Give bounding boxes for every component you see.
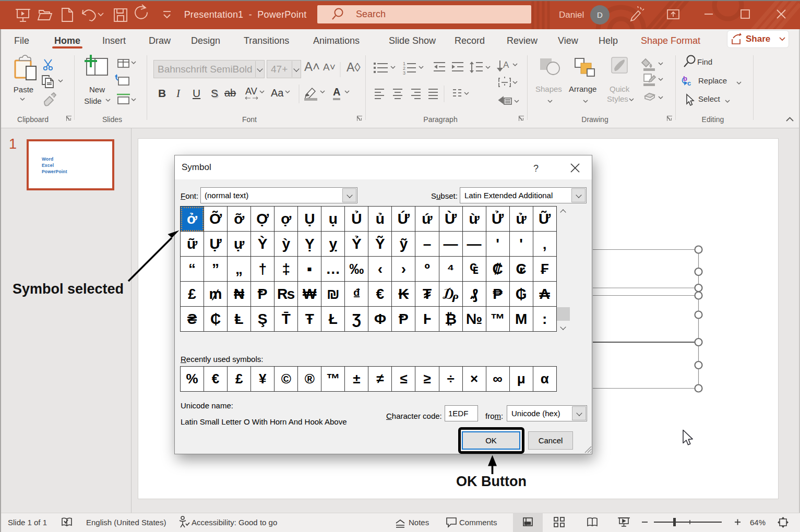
svg-text:64%: 64% xyxy=(750,518,766,527)
svg-text:Notes: Notes xyxy=(409,518,429,527)
svg-text:English (United States): English (United States) xyxy=(86,518,166,527)
svg-text:Slide 1 of 1: Slide 1 of 1 xyxy=(8,518,47,527)
svg-text:Comments: Comments xyxy=(459,518,497,527)
svg-text:Accessibility: Good to go: Accessibility: Good to go xyxy=(192,518,277,527)
